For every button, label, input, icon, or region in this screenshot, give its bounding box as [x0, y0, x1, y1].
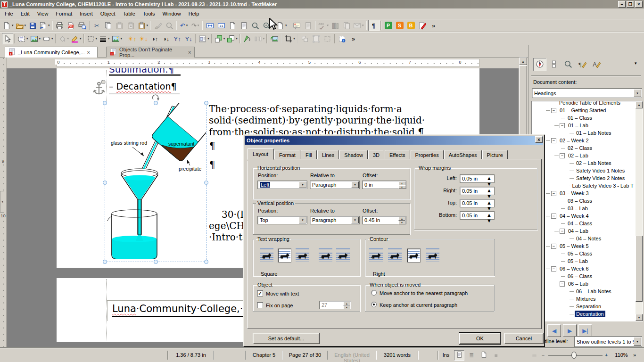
menu-table[interactable]: Table: [119, 9, 139, 18]
spin-up-icon[interactable]: ▲: [487, 212, 494, 218]
spin-down-icon[interactable]: ▼: [487, 181, 494, 187]
chevron-down-icon[interactable]: ▼: [351, 217, 359, 223]
export-pdf-button[interactable]: PDF: [66, 20, 77, 31]
spin-down-icon[interactable]: ▼: [398, 185, 405, 189]
tree-item[interactable]: −Decantation: [532, 310, 635, 318]
collapse-icon[interactable]: −: [551, 108, 556, 113]
fix-on-page-checkbox[interactable]: ✓: [257, 302, 263, 308]
print-preview-button[interactable]: [77, 20, 88, 31]
page-number-status[interactable]: Page 27 of 30: [283, 352, 327, 358]
zoom-level-status[interactable]: 110%: [612, 352, 631, 358]
gamma-up-button[interactable]: Y↑: [172, 33, 183, 44]
tree-item[interactable]: −04 – Week 4: [532, 212, 635, 220]
select-pointer-button[interactable]: [2, 33, 13, 44]
insert-comment-button[interactable]: [291, 20, 303, 31]
zoom-out-control[interactable]: −: [540, 352, 546, 358]
zoom-in-control[interactable]: +: [603, 352, 609, 358]
menu-file[interactable]: File: [1, 9, 17, 18]
magnifier-button[interactable]: [164, 20, 175, 31]
comments-pane-icon[interactable]: ≔: [529, 350, 539, 361]
fullscreen-view-button[interactable]: ≡: [491, 350, 501, 361]
tree-item[interactable]: −02 – Week 2: [532, 137, 635, 144]
standard-view-button[interactable]: [454, 350, 464, 361]
text-wrapping-option-3[interactable]: [319, 248, 332, 263]
spin-down-icon[interactable]: ▼: [487, 206, 494, 211]
thesaurus-button[interactable]: [330, 20, 341, 31]
margin-spinner[interactable]: 0.05 in▲▼: [460, 174, 495, 183]
tree-item[interactable]: −06 – Week 6: [532, 265, 635, 272]
character-style-button[interactable]: A: [590, 58, 603, 71]
tree-item[interactable]: −06 – Class: [532, 272, 635, 280]
dialog-tab[interactable]: Properties: [411, 150, 444, 160]
set-as-default-button[interactable]: Set as default...: [253, 333, 320, 344]
menu-object[interactable]: Object: [97, 9, 119, 18]
border-style-button[interactable]: [86, 33, 99, 44]
tree-item[interactable]: −03 – Lab: [532, 205, 635, 212]
h-position-select[interactable]: Left▼: [257, 181, 307, 189]
menu-help[interactable]: Help: [185, 9, 203, 18]
menu-edit[interactable]: Edit: [17, 9, 33, 18]
redo-button[interactable]: ↷: [190, 20, 201, 31]
goto-previous-button[interactable]: ◀: [547, 324, 561, 337]
tree-item[interactable]: −Mixtures: [532, 295, 635, 303]
outline-level-select[interactable]: Show outline levels 1 to 9▼: [574, 336, 642, 347]
research-button[interactable]: [341, 20, 352, 31]
dialog-close-icon[interactable]: ×: [535, 136, 543, 143]
planmaker-button[interactable]: P: [383, 20, 394, 31]
collapse-icon[interactable]: −: [551, 266, 556, 272]
resize-handle[interactable]: [103, 101, 107, 105]
menu-format[interactable]: Format: [52, 9, 76, 18]
cut-button[interactable]: ✂: [91, 20, 103, 31]
tree-item[interactable]: −04 – Lab: [532, 227, 635, 235]
statusbar-overflow-icon[interactable]: »: [631, 352, 638, 358]
show-changes-button[interactable]: [303, 20, 314, 31]
rotate-object-button[interactable]: [242, 33, 253, 44]
frame-border-button[interactable]: [322, 33, 333, 44]
spin-up-icon[interactable]: ▲: [487, 175, 494, 181]
paragraph-text[interactable]: The·process·of·separating·liquids·form·a…: [209, 103, 425, 138]
content-type-select[interactable]: Headings▼: [532, 88, 642, 98]
insert-object-button[interactable]: [275, 20, 288, 31]
tab-close-icon[interactable]: ×: [87, 50, 90, 55]
basicmaker-button[interactable]: B: [405, 20, 417, 31]
resize-handle[interactable]: [154, 260, 158, 264]
brightness-up-button[interactable]: ☀↑: [126, 33, 138, 44]
tree-item[interactable]: −01 – Lab Notes: [532, 129, 635, 137]
item[interactable]: [265, 33, 269, 44]
preview-view-button[interactable]: [479, 350, 489, 361]
sidebar-more-icon[interactable]: ▾: [635, 61, 637, 66]
brightness-down-button[interactable]: ☀↓: [138, 33, 149, 44]
close-button[interactable]: ×: [635, 1, 643, 8]
item[interactable]: [194, 33, 198, 44]
radio-icon[interactable]: [371, 290, 377, 296]
collapse-icon[interactable]: −: [551, 244, 556, 249]
search-panel-button[interactable]: [561, 58, 575, 71]
insert-shape-button[interactable]: [41, 33, 54, 44]
contrast-down-button[interactable]: ◑↓: [160, 33, 172, 44]
collapse-icon[interactable]: −: [560, 123, 565, 128]
menu-tools[interactable]: Tools: [139, 9, 159, 18]
document-tab-active[interactable]: T _Luna Community College,... ×: [5, 47, 98, 58]
chevron-down-icon[interactable]: ▼: [634, 89, 641, 97]
tree-item[interactable]: −06 – Lab: [532, 280, 635, 288]
text-wrapping-option-0[interactable]: [260, 248, 273, 263]
item[interactable]: [333, 33, 337, 44]
red-edit-button[interactable]: [417, 20, 428, 31]
rotate-handle[interactable]: [151, 94, 160, 101]
paste-button[interactable]: [114, 20, 125, 31]
paste-format-button[interactable]: A: [125, 20, 137, 31]
toolbar-overflow-button[interactable]: »: [428, 20, 439, 31]
tree-item[interactable]: −02 – Lab: [532, 152, 635, 159]
tree-item[interactable]: −04 – Class: [532, 220, 635, 227]
reset-picture-button[interactable]: [269, 33, 280, 44]
insert-picture-button[interactable]: [29, 33, 42, 44]
chevron-down-icon[interactable]: ▼: [634, 337, 641, 346]
contrast-up-button[interactable]: ◑↑: [149, 33, 160, 44]
tree-item[interactable]: −02 – Class: [532, 144, 635, 152]
contour-option-1[interactable]: [388, 248, 402, 263]
restore-button[interactable]: ❐: [627, 1, 634, 8]
tab-close-icon[interactable]: ×: [188, 50, 191, 55]
menu-insert[interactable]: Insert: [76, 9, 97, 18]
scrollbar-thumb[interactable]: [519, 66, 527, 141]
frame-handles-button[interactable]: [311, 33, 322, 44]
